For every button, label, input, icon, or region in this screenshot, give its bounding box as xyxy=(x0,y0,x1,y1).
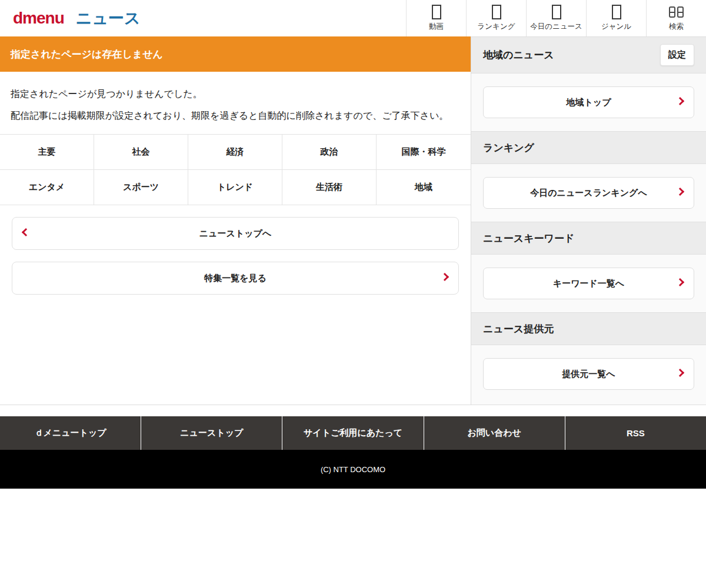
sidebar-header-label: ランキング xyxy=(483,141,534,155)
keyword-list-button[interactable]: キーワード一覧へ xyxy=(483,268,694,299)
provider-list-button-label: 提供元一覧へ xyxy=(562,369,615,380)
category-politics[interactable]: 政治 xyxy=(282,134,377,169)
footer-link-news-top[interactable]: ニューストップ xyxy=(141,416,282,450)
category-lifestyle[interactable]: 生活術 xyxy=(282,169,377,205)
sidebar-section-ranking: 今日のニュースランキングへ xyxy=(471,164,706,222)
error-message-line1: 指定されたページが見つかりませんでした。 xyxy=(11,83,460,105)
sidebar-section-providers: 提供元一覧へ xyxy=(471,345,706,403)
page: dmenu ニュース 動画 ランキング 今日のニュース ジャンル xyxy=(0,0,706,489)
footer-link-contact[interactable]: お問い合わせ xyxy=(424,416,565,450)
sidebar: 地域のニュース 設定 地域トップ ランキング 今日のニュースランキングへ ニュー xyxy=(471,36,706,405)
error-banner-title: 指定されたページは存在しません xyxy=(11,48,163,61)
region-settings-button[interactable]: 設定 xyxy=(660,44,694,66)
provider-list-button[interactable]: 提供元一覧へ xyxy=(483,358,694,390)
today-news-ranking-button-label: 今日のニュースランキングへ xyxy=(530,188,647,199)
category-entertainment[interactable]: エンタメ xyxy=(0,169,94,205)
error-banner: 指定されたページは存在しません xyxy=(0,36,471,72)
sidebar-header-providers: ニュース提供元 xyxy=(471,312,706,345)
feature-list-button[interactable]: 特集一覧を見る xyxy=(12,262,459,295)
dmenu-news-logo[interactable]: dmenu ニュース xyxy=(0,0,141,36)
category-society[interactable]: 社会 xyxy=(94,134,188,169)
chevron-right-icon xyxy=(676,278,684,286)
genre-icon xyxy=(612,5,621,19)
nav-item-search[interactable]: 検索 xyxy=(646,0,706,36)
category-sports[interactable]: スポーツ xyxy=(94,169,188,205)
footer-link-site-usage[interactable]: サイトご利用にあたって xyxy=(282,416,423,450)
nav-label: ジャンル xyxy=(601,22,631,32)
footer-link-dmenu-top[interactable]: ｄメニュートップ xyxy=(0,416,141,450)
nav-item-ranking[interactable]: ランキング xyxy=(466,0,526,36)
category-economy[interactable]: 経済 xyxy=(188,134,282,169)
category-trend[interactable]: トレンド xyxy=(188,169,282,205)
sidebar-header-region-news: 地域のニュース 設定 xyxy=(471,37,706,74)
sidebar-section-region: 地域トップ xyxy=(471,74,706,131)
sidebar-header-label: ニュース提供元 xyxy=(483,322,554,336)
sidebar-header-label: 地域のニュース xyxy=(483,48,554,62)
today-news-icon xyxy=(552,5,561,19)
error-message-line2: 配信記事には掲載期限が設定されており、期限を過ぎると自動的に削除されますので、ご… xyxy=(11,105,460,126)
sidebar-header-ranking: ランキング xyxy=(471,131,706,164)
top-header: dmenu ニュース 動画 ランキング 今日のニュース ジャンル xyxy=(0,0,706,36)
main-content: 指定されたページは存在しません 指定されたページが見つかりませんでした。 配信記… xyxy=(0,36,471,405)
feature-list-button-label: 特集一覧を見る xyxy=(204,273,267,284)
nav-label: ランキング xyxy=(478,22,515,32)
region-top-button[interactable]: 地域トップ xyxy=(483,86,694,118)
ranking-icon xyxy=(492,5,501,19)
nav-item-today-news[interactable]: 今日のニュース xyxy=(526,0,586,36)
chevron-right-icon xyxy=(441,273,449,281)
footer-navigation: ｄメニュートップ ニューストップ サイトご利用にあたって お問い合わせ RSS xyxy=(0,416,706,450)
category-world-science[interactable]: 国際・科学 xyxy=(377,134,471,169)
nav-label: 検索 xyxy=(669,22,684,32)
copyright-bar: (C) NTT DOCOMO xyxy=(0,450,706,489)
chevron-right-icon xyxy=(676,188,684,196)
copyright-text: (C) NTT DOCOMO xyxy=(321,465,385,474)
news-top-button[interactable]: ニューストップへ xyxy=(12,217,459,250)
chevron-right-icon xyxy=(676,97,684,105)
nav-item-video[interactable]: 動画 xyxy=(406,0,466,36)
news-top-button-label: ニューストップへ xyxy=(199,228,271,239)
sidebar-section-keywords: キーワード一覧へ xyxy=(471,255,706,312)
footer: ｄメニュートップ ニューストップ サイトご利用にあたって お問い合わせ RSS … xyxy=(0,416,706,489)
search-icon xyxy=(669,5,684,19)
nav-label: 動画 xyxy=(429,22,444,32)
today-news-ranking-button[interactable]: 今日のニュースランキングへ xyxy=(483,177,694,209)
chevron-right-icon xyxy=(676,369,684,377)
dmenu-logo-text: dmenu xyxy=(13,9,64,28)
region-top-button-label: 地域トップ xyxy=(566,97,611,108)
footer-link-rss[interactable]: RSS xyxy=(565,416,706,450)
top-navigation: 動画 ランキング 今日のニュース ジャンル 検索 xyxy=(406,0,706,36)
chevron-left-icon xyxy=(22,228,30,236)
content-row: 指定されたページは存在しません 指定されたページが見つかりませんでした。 配信記… xyxy=(0,36,706,405)
news-logo-text: ニュース xyxy=(76,8,141,29)
sidebar-header-label: ニュースキーワード xyxy=(483,232,574,245)
category-grid: 主要 社会 経済 政治 国際・科学 エンタメ スポーツ トレンド 生活術 地域 xyxy=(0,134,471,205)
video-icon xyxy=(432,5,441,19)
error-message: 指定されたページが見つかりませんでした。 配信記事には掲載期限が設定されており、… xyxy=(0,72,471,134)
keyword-list-button-label: キーワード一覧へ xyxy=(553,278,624,289)
nav-item-genre[interactable]: ジャンル xyxy=(586,0,646,36)
category-region[interactable]: 地域 xyxy=(377,169,471,205)
sidebar-header-keywords: ニュースキーワード xyxy=(471,222,706,255)
category-main[interactable]: 主要 xyxy=(0,134,94,169)
nav-label: 今日のニュース xyxy=(530,22,582,32)
